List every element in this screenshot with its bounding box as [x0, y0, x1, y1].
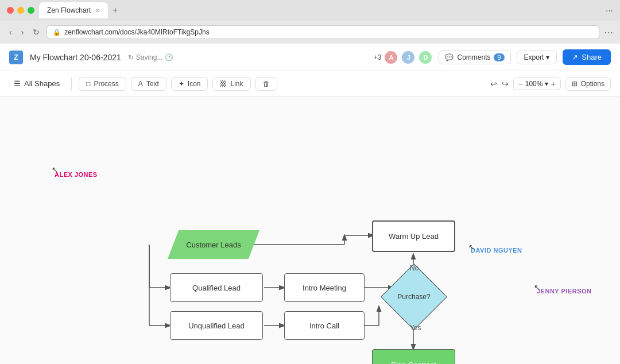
comments-button[interactable]: 💬 Comments 9: [439, 51, 510, 64]
browser-nav: ‹ › ↻ 🔒 zenflowchart.com/docs/Jka40MIRto…: [0, 21, 620, 44]
redo-button[interactable]: ↪: [502, 79, 509, 88]
comments-label: Comments: [457, 53, 490, 61]
zoom-level: 100%: [525, 80, 543, 88]
purchase-node[interactable]: Purchase?: [390, 273, 437, 320]
all-shapes-button[interactable]: ☰ All Shapes: [9, 77, 64, 90]
text-icon: A: [138, 80, 143, 88]
address-bar[interactable]: 🔒 zenflowchart.com/docs/Jka40MIRtoFTikgS…: [46, 25, 599, 39]
options-button[interactable]: ⊞ Options: [565, 77, 611, 91]
traffic-lights: [7, 7, 34, 14]
avatar-group: +3 A J D: [374, 50, 433, 65]
export-label: Export: [524, 53, 544, 61]
browser-tab[interactable]: Zen Flowchart ✕: [39, 2, 108, 18]
export-button[interactable]: Export ▾: [517, 51, 557, 64]
forward-button[interactable]: ›: [19, 25, 26, 39]
unqualified-lead-label: Unqualified Lead: [188, 322, 245, 330]
browser-extra-menu[interactable]: ⋯: [604, 27, 613, 38]
saving-indicator: ↻ Saving... 🕐: [128, 53, 174, 61]
app-header: Z My Flowchart 20-06-2021 ↻ Saving... 🕐 …: [0, 44, 620, 71]
maximize-button[interactable]: [28, 7, 34, 14]
sign-contract-node[interactable]: Sign Contract: [372, 349, 455, 364]
trash-icon: 🗑: [263, 80, 270, 88]
comments-badge: 9: [494, 53, 504, 61]
user-label-david: DAVID NGUYEN: [471, 247, 522, 254]
cursor-david: ↖: [468, 243, 475, 251]
share-button[interactable]: ↗ Share: [563, 49, 611, 65]
zoom-out-button[interactable]: −: [518, 79, 523, 88]
sign-contract-label: Sign Contract: [391, 361, 436, 364]
titlebar: Zen Flowchart ✕ + ⋯: [0, 0, 620, 21]
tab-bar: Zen Flowchart ✕ +: [39, 2, 601, 18]
icon-tool-button[interactable]: ✦ Icon: [171, 77, 208, 91]
toolbar-right: ↩ ↪ − 100% ▾ + ⊞ Options: [490, 77, 611, 91]
warm-up-lead-node[interactable]: Warm Up Lead: [372, 220, 455, 252]
doc-title[interactable]: My Flowchart 20-06-2021: [30, 53, 121, 62]
warm-up-lead-label: Warm Up Lead: [389, 232, 439, 241]
lock-icon: 🔒: [53, 29, 61, 36]
app: Z My Flowchart 20-06-2021 ↻ Saving... 🕐 …: [0, 44, 620, 364]
share-icon: ↗: [572, 53, 578, 61]
share-label: Share: [582, 53, 602, 61]
star-icon: ✦: [179, 80, 184, 88]
options-label: Options: [581, 80, 604, 88]
zoom-controls: − 100% ▾ +: [513, 78, 561, 90]
toolbar-left: ☰ All Shapes □ Process A Text ✦ Icon ⛓ L…: [9, 77, 486, 91]
minimize-button[interactable]: [17, 7, 24, 14]
avatar-d: D: [418, 50, 433, 65]
cursor-alex: ↖: [52, 165, 58, 174]
options-icon: ⊞: [572, 80, 578, 88]
browser-chrome: Zen Flowchart ✕ + ⋯ ‹ › ↻ 🔒 zenflowchart…: [0, 0, 620, 44]
tab-title: Zen Flowchart: [47, 6, 91, 14]
comments-icon: 💬: [445, 53, 454, 61]
logo-text: Z: [14, 53, 18, 61]
app-logo: Z: [9, 51, 23, 64]
header-right: +3 A J D 💬 Comments 9 Export ▾ ↗ Share: [374, 49, 611, 65]
avatar-a: A: [383, 50, 398, 65]
qualified-lead-label: Qualified Lead: [192, 284, 241, 292]
process-label: Process: [94, 80, 118, 88]
qualified-lead-node[interactable]: Qualified Lead: [170, 273, 263, 302]
back-button[interactable]: ‹: [7, 25, 14, 39]
delete-tool-button[interactable]: 🗑: [255, 77, 277, 91]
url-text: zenflowchart.com/docs/Jka40MIRtoFTikgSpJ…: [64, 28, 209, 36]
undo-button[interactable]: ↩: [490, 79, 497, 88]
no-label: No: [410, 264, 418, 272]
user-label-jenny: JENNY PIERSON: [537, 288, 592, 295]
process-icon: □: [86, 80, 90, 88]
intro-meeting-node[interactable]: Intro Meeting: [284, 273, 365, 302]
customer-leads-label: Customer Leads: [186, 241, 241, 249]
link-label: Link: [230, 80, 243, 88]
close-button[interactable]: [7, 7, 14, 14]
all-shapes-label: All Shapes: [24, 79, 60, 88]
toolbar-divider: [71, 77, 72, 91]
menu-icon: ☰: [14, 79, 21, 88]
intro-call-label: Intro Call: [309, 322, 339, 330]
text-tool-button[interactable]: A Text: [131, 77, 166, 91]
link-tool-button[interactable]: ⛓ Link: [212, 77, 250, 91]
sync-icon: ↻: [128, 53, 134, 61]
process-tool-button[interactable]: □ Process: [79, 77, 126, 91]
new-tab-button[interactable]: +: [113, 5, 118, 16]
dropdown-icon: ▾: [546, 53, 549, 61]
history-icon: 🕐: [165, 53, 173, 61]
user-label-alex: ALEX JONES: [55, 171, 98, 178]
tab-close-icon[interactable]: ✕: [95, 7, 100, 14]
text-label: Text: [146, 80, 159, 88]
intro-call-node[interactable]: Intro Call: [284, 311, 365, 340]
browser-menu-dots[interactable]: ⋯: [606, 6, 613, 15]
app-toolbar: ☰ All Shapes □ Process A Text ✦ Icon ⛓ L…: [0, 71, 620, 96]
canvas[interactable]: ALEX JONES DAVID NGUYEN JENNY PIERSON ↖ …: [0, 96, 620, 364]
zoom-in-button[interactable]: +: [551, 79, 555, 88]
unqualified-lead-node[interactable]: Unqualified Lead: [170, 311, 263, 340]
intro-meeting-label: Intro Meeting: [303, 284, 346, 292]
link-icon: ⛓: [220, 80, 227, 88]
refresh-button[interactable]: ↻: [30, 25, 42, 39]
saving-text: Saving...: [136, 53, 163, 61]
cursor-jenny: ↖: [534, 283, 540, 292]
purchase-label: Purchase?: [397, 293, 430, 301]
avatar-count: +3: [374, 53, 382, 61]
customer-leads-node[interactable]: Customer Leads: [168, 230, 259, 259]
yes-label: Yes: [410, 324, 421, 332]
icon-label: Icon: [188, 80, 201, 88]
avatar-j: J: [401, 50, 416, 65]
